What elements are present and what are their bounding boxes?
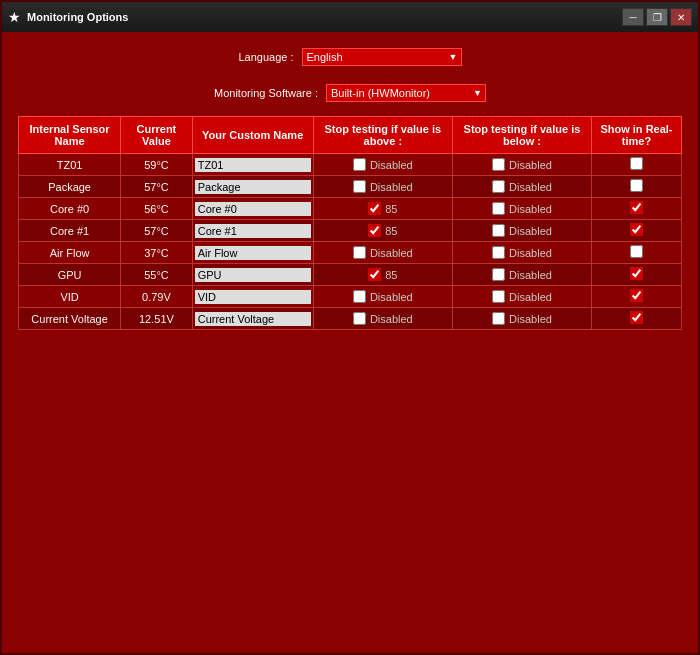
custom-name-cell — [192, 308, 313, 330]
realtime-cell — [591, 220, 681, 242]
below-value: Disabled — [509, 159, 552, 171]
below-checkbox[interactable] — [492, 158, 505, 171]
above-cell: Disabled — [313, 154, 452, 176]
realtime-cell — [591, 198, 681, 220]
language-label: Language : — [238, 51, 293, 63]
custom-name-cell — [192, 286, 313, 308]
below-checkbox[interactable] — [492, 202, 505, 215]
sensor-name-cell: Package — [19, 176, 121, 198]
below-cell: Disabled — [453, 308, 592, 330]
above-value: Disabled — [370, 291, 413, 303]
above-checkbox[interactable] — [353, 180, 366, 193]
above-checkbox[interactable] — [353, 312, 366, 325]
sensor-name-cell: GPU — [19, 264, 121, 286]
custom-name-cell — [192, 198, 313, 220]
sensor-name-cell: Air Flow — [19, 242, 121, 264]
custom-name-input[interactable] — [195, 268, 311, 282]
custom-name-input[interactable] — [195, 312, 311, 326]
below-value: Disabled — [509, 203, 552, 215]
window-title: Monitoring Options — [27, 11, 128, 23]
titlebar: ★ Monitoring Options ─ ❐ ✕ — [2, 2, 698, 32]
realtime-checkbox[interactable] — [630, 311, 643, 324]
main-content: Language : English French German Spanish… — [2, 32, 698, 653]
below-checkbox[interactable] — [492, 246, 505, 259]
header-below: Stop testing if value is below : — [453, 117, 592, 154]
current-value-cell: 57°C — [121, 176, 193, 198]
below-checkbox[interactable] — [492, 290, 505, 303]
table-row: Air Flow37°CDisabledDisabled — [19, 242, 682, 264]
custom-name-input[interactable] — [195, 202, 311, 216]
close-button[interactable]: ✕ — [670, 8, 692, 26]
above-checkbox[interactable] — [353, 246, 366, 259]
realtime-checkbox[interactable] — [630, 179, 643, 192]
monitoring-software-select-wrapper: Built-in (HWMonitor) HWiNFO AIDA64 — [326, 84, 486, 102]
above-value: Disabled — [370, 159, 413, 171]
below-cell: Disabled — [453, 242, 592, 264]
below-checkbox[interactable] — [492, 224, 505, 237]
below-value: Disabled — [509, 247, 552, 259]
above-checkbox[interactable] — [368, 268, 381, 281]
current-value-cell: 0.79V — [121, 286, 193, 308]
below-cell: Disabled — [453, 198, 592, 220]
custom-name-input[interactable] — [195, 224, 311, 238]
custom-name-input[interactable] — [195, 180, 311, 194]
monitoring-software-select[interactable]: Built-in (HWMonitor) HWiNFO AIDA64 — [326, 84, 486, 102]
above-cell: 85 — [313, 198, 452, 220]
below-cell: Disabled — [453, 220, 592, 242]
realtime-cell — [591, 286, 681, 308]
language-select[interactable]: English French German Spanish — [302, 48, 462, 66]
header-realtime: Show in Real-time? — [591, 117, 681, 154]
realtime-checkbox[interactable] — [630, 223, 643, 236]
realtime-checkbox[interactable] — [630, 289, 643, 302]
table-row: TZ0159°CDisabledDisabled — [19, 154, 682, 176]
above-cell: Disabled — [313, 176, 452, 198]
above-value: Disabled — [370, 313, 413, 325]
current-value-cell: 57°C — [121, 220, 193, 242]
sensor-table-container: Internal Sensor Name Current Value Your … — [18, 116, 682, 641]
realtime-cell — [591, 176, 681, 198]
table-row: Core #157°C85Disabled — [19, 220, 682, 242]
custom-name-cell — [192, 242, 313, 264]
header-sensor-name: Internal Sensor Name — [19, 117, 121, 154]
custom-name-cell — [192, 176, 313, 198]
below-checkbox[interactable] — [492, 268, 505, 281]
realtime-cell — [591, 308, 681, 330]
language-row: Language : English French German Spanish — [18, 44, 682, 70]
titlebar-left: ★ Monitoring Options — [8, 9, 128, 25]
current-value-cell: 56°C — [121, 198, 193, 220]
realtime-checkbox[interactable] — [630, 201, 643, 214]
above-value: Disabled — [370, 247, 413, 259]
language-select-wrapper: English French German Spanish — [302, 48, 462, 66]
sensor-name-cell: VID — [19, 286, 121, 308]
above-checkbox[interactable] — [353, 158, 366, 171]
realtime-cell — [591, 242, 681, 264]
below-checkbox[interactable] — [492, 312, 505, 325]
star-icon: ★ — [8, 9, 21, 25]
table-row: VID0.79VDisabledDisabled — [19, 286, 682, 308]
sensor-name-cell: Core #0 — [19, 198, 121, 220]
above-checkbox[interactable] — [353, 290, 366, 303]
above-value: 85 — [385, 269, 397, 281]
custom-name-cell — [192, 154, 313, 176]
custom-name-input[interactable] — [195, 246, 311, 260]
restore-button[interactable]: ❐ — [646, 8, 668, 26]
below-value: Disabled — [509, 291, 552, 303]
monitoring-software-label: Monitoring Software : — [214, 87, 318, 99]
above-cell: 85 — [313, 264, 452, 286]
below-value: Disabled — [509, 181, 552, 193]
current-value-cell: 59°C — [121, 154, 193, 176]
custom-name-input[interactable] — [195, 158, 311, 172]
realtime-checkbox[interactable] — [630, 157, 643, 170]
table-row: Core #056°C85Disabled — [19, 198, 682, 220]
minimize-button[interactable]: ─ — [622, 8, 644, 26]
above-checkbox[interactable] — [368, 202, 381, 215]
realtime-checkbox[interactable] — [630, 267, 643, 280]
above-cell: Disabled — [313, 308, 452, 330]
above-checkbox[interactable] — [368, 224, 381, 237]
above-cell: 85 — [313, 220, 452, 242]
below-checkbox[interactable] — [492, 180, 505, 193]
current-value-cell: 12.51V — [121, 308, 193, 330]
current-value-cell: 55°C — [121, 264, 193, 286]
realtime-checkbox[interactable] — [630, 245, 643, 258]
custom-name-input[interactable] — [195, 290, 311, 304]
